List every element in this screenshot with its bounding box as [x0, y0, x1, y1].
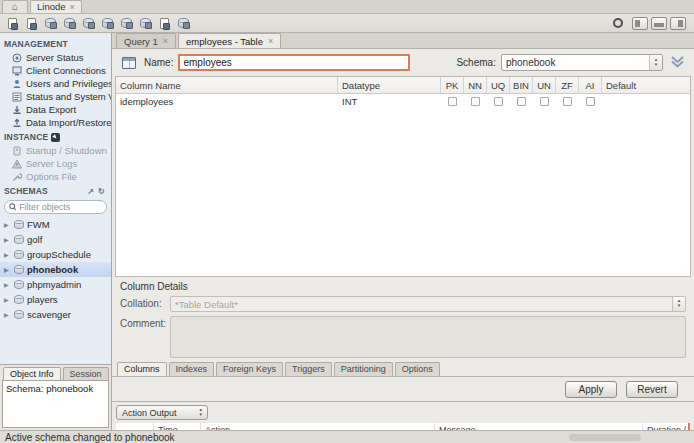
close-icon[interactable]: ×: [268, 36, 273, 46]
schema-filter-input[interactable]: [19, 202, 102, 212]
col-header-nn[interactable]: NN: [464, 77, 487, 93]
grid-empty-area[interactable]: [116, 109, 690, 276]
sidebar-item-data-export[interactable]: Data Export: [0, 103, 111, 116]
comment-textarea[interactable]: [170, 316, 686, 358]
tab-options[interactable]: Options: [395, 362, 440, 376]
sidebar-item-client-connections[interactable]: Client Connections: [0, 64, 111, 77]
col-header-pk[interactable]: PK: [441, 77, 464, 93]
create-view-icon[interactable]: [99, 16, 116, 31]
tab-object-info[interactable]: Object Info: [3, 367, 61, 380]
tab-triggers[interactable]: Triggers: [285, 362, 332, 376]
open-script-icon[interactable]: [23, 16, 40, 31]
create-procedure-icon[interactable]: [118, 16, 135, 31]
sidebar-item-options-file[interactable]: Options File: [0, 170, 111, 183]
schema-item-players[interactable]: ▶ players: [0, 292, 111, 307]
col-header-column-name[interactable]: Column Name: [116, 77, 338, 93]
sidebar-item-server-logs[interactable]: Server Logs: [0, 157, 111, 170]
tab-query-1[interactable]: Query 1 ×: [116, 33, 176, 48]
tab-employees-table[interactable]: employees - Table ×: [178, 33, 281, 48]
sidebar-item-server-status[interactable]: Server Status: [0, 51, 111, 64]
expander-icon[interactable]: ▶: [4, 236, 11, 243]
mysql-workbench-window: ⌂ Linode × MANAGEMENT: [0, 0, 694, 443]
toggle-right-panel-icon[interactable]: [670, 17, 686, 30]
schema-item-phpmyadmin[interactable]: ▶ phpmyadmin: [0, 277, 111, 292]
column-details: Column Details Collation: *Table Default…: [112, 277, 694, 362]
new-query-icon[interactable]: [4, 16, 21, 31]
create-function-icon[interactable]: [137, 16, 154, 31]
schema-item-golf[interactable]: ▶ golf: [0, 232, 111, 247]
schema-item-phonebook[interactable]: ▶ phonebook: [0, 262, 111, 277]
bin-checkbox[interactable]: [517, 97, 526, 106]
schema-item-fwm[interactable]: ▶ FWM: [0, 217, 111, 232]
nn-checkbox[interactable]: [471, 97, 480, 106]
sidebar-item-users-privileges[interactable]: Users and Privileges: [0, 77, 111, 90]
col-header-default[interactable]: Default: [602, 77, 690, 93]
schema-icon: [14, 250, 24, 259]
help-ring-icon[interactable]: [613, 18, 623, 28]
main-panel: Query 1 × employees - Table × Name: Sche…: [112, 33, 694, 430]
schema-icon: [14, 295, 24, 304]
pk-checkbox[interactable]: [448, 97, 457, 106]
system-variables-icon: [12, 92, 22, 102]
user-icon: [12, 79, 22, 89]
collapse-header-icon[interactable]: [669, 55, 686, 70]
collation-select[interactable]: *Table Default* ▲▼: [170, 296, 686, 312]
col-header-bin[interactable]: BIN: [510, 77, 533, 93]
sidebar-item-data-import-restore[interactable]: Data Import/Restore: [0, 116, 111, 129]
close-icon[interactable]: ×: [70, 1, 75, 13]
sidebar-item-status-system-variables[interactable]: Status and System Variables: [0, 90, 111, 103]
tab-foreign-keys[interactable]: Foreign Keys: [216, 362, 283, 376]
main-toolbar: [0, 14, 694, 33]
name-label: Name:: [144, 57, 173, 68]
zf-checkbox[interactable]: [563, 97, 572, 106]
refresh-schemas-icon[interactable]: ↻: [96, 187, 107, 196]
output-selector[interactable]: Action Output ▲▼: [116, 405, 208, 420]
toggle-bottom-panel-icon[interactable]: [651, 17, 667, 30]
col-header-un[interactable]: UN: [533, 77, 556, 93]
schema-select[interactable]: phonebook ▲▼: [501, 54, 663, 71]
tab-partitioning[interactable]: Partitioning: [334, 362, 393, 376]
col-header-uq[interactable]: UQ: [487, 77, 510, 93]
uq-checkbox[interactable]: [494, 97, 503, 106]
close-icon[interactable]: ×: [163, 36, 168, 46]
object-info-panel: Object Info Session Schema: phonebook: [0, 364, 111, 430]
reconnect-icon[interactable]: [175, 16, 192, 31]
col-header-datatype[interactable]: Datatype: [338, 77, 441, 93]
action-output-panel: Action Output ▲▼ Time Action Message Dur…: [112, 402, 694, 430]
expander-icon[interactable]: ▶: [4, 266, 11, 273]
stepper-icon[interactable]: ▲▼: [649, 55, 662, 70]
ai-checkbox[interactable]: [586, 97, 595, 106]
editor-tabbar: Query 1 × employees - Table ×: [112, 33, 694, 49]
expander-icon[interactable]: ▶: [4, 296, 11, 303]
schema-item-groupschedule[interactable]: ▶ groupSchedule: [0, 247, 111, 262]
tab-columns[interactable]: Columns: [117, 362, 167, 376]
home-tab[interactable]: ⌂: [2, 0, 28, 13]
search-data-icon[interactable]: [156, 16, 173, 31]
col-header-ai[interactable]: AI: [579, 77, 602, 93]
expander-icon[interactable]: ▶: [4, 311, 11, 318]
un-checkbox[interactable]: [540, 97, 549, 106]
col-header-zf[interactable]: ZF: [556, 77, 579, 93]
expander-icon[interactable]: ▶: [4, 251, 11, 258]
create-table-icon[interactable]: [80, 16, 97, 31]
schema-icon: [14, 265, 24, 274]
connection-tab-linode[interactable]: Linode ×: [30, 0, 82, 13]
table-name-input[interactable]: [178, 54, 410, 71]
schema-filter: [4, 200, 107, 214]
apply-button[interactable]: Apply: [565, 381, 617, 398]
tab-indexes[interactable]: Indexes: [169, 362, 215, 376]
schema-item-scavenger[interactable]: ▶ scavenger: [0, 307, 111, 322]
server-status-icon: [12, 53, 22, 63]
create-schema-icon[interactable]: [61, 16, 78, 31]
toggle-left-panel-icon[interactable]: [632, 17, 648, 30]
expander-icon[interactable]: ▶: [4, 281, 11, 288]
sidebar-item-startup-shutdown[interactable]: Startup / Shutdown: [0, 144, 111, 157]
column-row-idemployees[interactable]: idemployees INT: [116, 94, 690, 109]
server-info-icon[interactable]: [42, 16, 59, 31]
data-export-icon: [12, 105, 22, 115]
expander-icon[interactable]: ▶: [4, 221, 11, 228]
wrench-icon: [12, 172, 22, 182]
expand-schemas-icon[interactable]: ↗: [85, 187, 96, 196]
revert-button[interactable]: Revert: [626, 381, 678, 398]
tab-session[interactable]: Session: [63, 367, 109, 380]
